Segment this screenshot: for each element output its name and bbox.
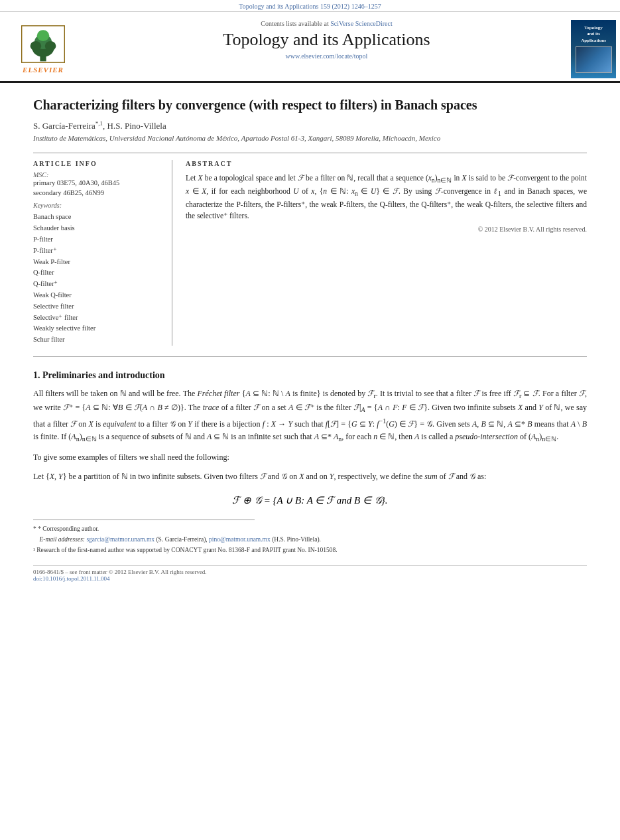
section1-para3: Let {X, Y} be a partition of ℕ in two in… xyxy=(33,470,587,483)
footnote-email: E-mail addresses: sgarcia@matmor.unam.mx… xyxy=(33,535,587,544)
sciverse-line: Contents lists available at SciVerse Sci… xyxy=(99,20,554,27)
svg-point-5 xyxy=(45,41,56,51)
article-content: Characterizing filters by convergence (w… xyxy=(0,83,620,595)
msc-secondary: secondary 46B25, 46N99 xyxy=(33,189,161,196)
keyword-qfilter: Q-filter xyxy=(33,267,161,279)
info-abstract-columns: ARTICLE INFO MSC: primary 03E75, 40A30, … xyxy=(33,153,587,346)
article-info-panel: ARTICLE INFO MSC: primary 03E75, 40A30, … xyxy=(33,160,172,346)
elsevier-label: ELSEVIER xyxy=(23,66,64,74)
footnote-divider xyxy=(33,520,255,520)
footnote-1: ¹ Research of the first-named author was… xyxy=(33,545,587,555)
email-pino[interactable]: pino@matmor.unam.mx xyxy=(209,536,271,543)
msc-primary: primary 03E75, 40A30, 46B45 xyxy=(33,179,161,186)
affiliation: Instituto de Matemáticas, Universidad Na… xyxy=(33,134,587,142)
keywords-section: Keywords: Banach space Schauder basis P-… xyxy=(33,202,161,346)
abstract-section: ABSTRACT Let X be a topological space an… xyxy=(186,160,587,346)
section1-heading: 1. Preliminaries and introduction xyxy=(33,370,587,381)
journal-url-text: www.elsevier.com/locate/topol xyxy=(286,52,368,60)
footer-doi[interactable]: doi:10.1016/j.topol.2011.11.004 xyxy=(33,575,587,582)
top-banner: Topology and its Applications 159 (2012)… xyxy=(0,0,620,12)
cover-box: Topologyand itsApplications xyxy=(571,20,616,78)
keyword-pfilter: P-filter xyxy=(33,234,161,245)
formula-and: and xyxy=(337,495,352,506)
journal-citation: Topology and its Applications 159 (2012)… xyxy=(239,3,381,10)
svg-point-4 xyxy=(31,41,42,51)
page-footer: 0166-8641/$ – see front matter © 2012 El… xyxy=(33,565,587,582)
keyword-weak-pfilter: Weak P-filter xyxy=(33,257,161,268)
journal-cover: Topologyand itsApplications xyxy=(567,17,620,81)
keyword-banach: Banach space xyxy=(33,212,161,223)
keyword-selectiveplus: Selective⁺ filter xyxy=(33,313,161,324)
author-sep: , H.S. Pino-Villela xyxy=(103,121,166,131)
msc-label: MSC: xyxy=(33,171,161,178)
section1-para2: To give some examples of filters we shal… xyxy=(33,451,587,464)
footnote-star: * * Corresponding author. xyxy=(33,524,587,533)
svg-point-3 xyxy=(37,30,49,41)
keyword-weak-qfilter: Weak Q-filter xyxy=(33,290,161,301)
authors-line: S. García-Ferreira*,1, H.S. Pino-Villela xyxy=(33,120,587,131)
abstract-title: ABSTRACT xyxy=(186,160,587,167)
journal-title-area: Contents lists available at SciVerse Sci… xyxy=(86,17,567,81)
keyword-weakly-selective: Weakly selective filter xyxy=(33,323,161,334)
journal-main-title: Topology and its Applications xyxy=(99,30,554,50)
author-garcia: S. García-Ferreira xyxy=(33,121,95,131)
footer-license: 0166-8641/$ – see front matter © 2012 El… xyxy=(33,569,587,575)
formula-block: ℱ ⊕ 𝒢 = {A ∪ B: A ∈ ℱ and B ∈ 𝒢}. xyxy=(33,494,587,506)
email-garcia[interactable]: sgarcia@matmor.unam.mx xyxy=(86,536,155,543)
keyword-schauder: Schauder basis xyxy=(33,223,161,234)
section1-para1: All filters will be taken on ℕ and will … xyxy=(33,387,587,445)
journal-url[interactable]: www.elsevier.com/locate/topol xyxy=(99,52,554,60)
footnote-star-text: * Corresponding author. xyxy=(38,525,99,532)
article-info-title: ARTICLE INFO xyxy=(33,160,161,167)
abstract-text: Let X be a topological space and let ℱ b… xyxy=(186,173,587,222)
section-divider xyxy=(33,356,587,357)
keyword-qfilterplus: Q-filter⁺ xyxy=(33,279,161,290)
elsevier-tree-icon xyxy=(17,25,70,64)
doi-link[interactable]: doi:10.1016/j.topol.2011.11.004 xyxy=(33,575,110,582)
journal-header: ELSEVIER Contents lists available at Sci… xyxy=(0,12,620,83)
keyword-selective: Selective filter xyxy=(33,301,161,313)
formula-and-word: and xyxy=(456,472,467,481)
keywords-label: Keywords: xyxy=(33,202,161,209)
article-title: Characterizing filters by convergence (w… xyxy=(33,96,587,113)
elsevier-logo: ELSEVIER xyxy=(0,17,86,81)
sciverse-link[interactable]: SciVerse ScienceDirect xyxy=(330,20,393,27)
author-sup1: *,1 xyxy=(95,120,103,127)
keyword-schur: Schur filter xyxy=(33,334,161,346)
keyword-pfilterplus: P-filter⁺ xyxy=(33,245,161,257)
copyright: © 2012 Elsevier B.V. All rights reserved… xyxy=(186,226,587,233)
